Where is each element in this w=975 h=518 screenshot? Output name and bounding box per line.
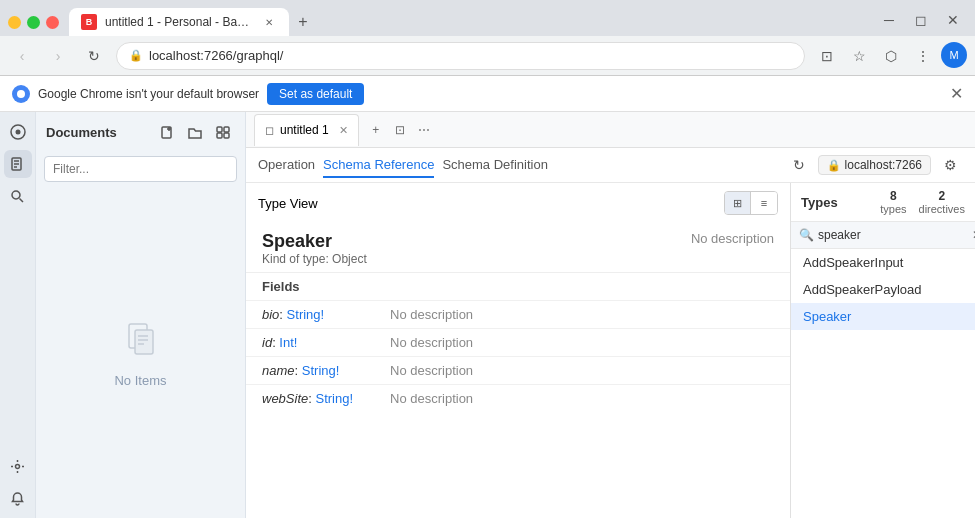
forward-button[interactable]: › (44, 42, 72, 70)
server-badge[interactable]: 🔒 localhost:7266 (818, 155, 931, 175)
tab-schema-definition[interactable]: Schema Definition (442, 153, 548, 178)
view-toggle: Type View ⊞ ≡ (246, 183, 790, 223)
svg-point-8 (12, 191, 20, 199)
more-button[interactable]: ⋮ (909, 42, 937, 70)
svg-rect-17 (224, 133, 229, 138)
types-counts: 8 types 2 directives (880, 189, 965, 215)
tab-title: untitled 1 - Personal - Banana... (105, 15, 253, 29)
tab-favicon: B (81, 14, 97, 30)
toolbar-right: ↻ 🔒 localhost:7266 ⚙ (786, 152, 963, 178)
doc-tab-icon: ◻ (265, 124, 274, 137)
settings-icon[interactable] (4, 452, 32, 480)
types-list-item-speaker[interactable]: Speaker (791, 303, 975, 330)
types-list-item-add-speaker-payload[interactable]: AddSpeakerPayload (791, 276, 975, 303)
type-entry: Speaker Kind of type: Object No descript… (246, 223, 790, 273)
notification-icon[interactable] (4, 484, 32, 512)
tab-actions: + ⊡ ⋯ (365, 119, 435, 141)
field-name: name: String! (262, 363, 382, 378)
new-tab-button[interactable]: + (289, 8, 317, 36)
list-view-button[interactable]: ≡ (751, 192, 777, 214)
filter-input[interactable] (44, 156, 237, 182)
sidebar-search (36, 152, 245, 190)
url-text: localhost:7266/graphql/ (149, 48, 792, 63)
bookmark-button[interactable]: ☆ (845, 42, 873, 70)
schema-settings-button[interactable]: ⚙ (937, 152, 963, 178)
reload-button[interactable]: ↻ (80, 42, 108, 70)
save-tab-button[interactable]: ⊡ (389, 119, 411, 141)
close-button[interactable] (46, 16, 59, 29)
schema-content-area: Type View ⊞ ≡ Speaker Kind of type: Obje… (246, 183, 975, 518)
field-website-type-link[interactable]: String! (315, 391, 353, 406)
restore-window-button[interactable]: ◻ (907, 6, 935, 34)
no-items-label: No Items (114, 373, 166, 388)
field-row: webSite: String! No description (246, 384, 790, 412)
svg-line-9 (20, 198, 24, 202)
field-bio: bio: String! (262, 307, 382, 322)
minimize-window-button[interactable]: ─ (875, 6, 903, 34)
svg-rect-14 (217, 127, 222, 132)
address-bar[interactable]: 🔒 localhost:7266/graphql/ (116, 42, 805, 70)
notification-close-button[interactable]: ✕ (950, 84, 963, 103)
field-row: id: Int! No description (246, 328, 790, 356)
svg-rect-16 (217, 133, 222, 138)
field-id-type-link[interactable]: Int! (279, 335, 297, 350)
types-list: AddSpeakerInput AddSpeakerPayload Speake… (791, 249, 975, 518)
types-list-item-add-speaker-input[interactable]: AddSpeakerInput (791, 249, 975, 276)
types-search-input[interactable] (818, 228, 968, 242)
browser-tab[interactable]: B untitled 1 - Personal - Banana... ✕ (69, 8, 289, 36)
types-panel-header: Types 8 types 2 directives (791, 183, 975, 222)
doc-tab[interactable]: ◻ untitled 1 ✕ (254, 114, 359, 146)
sidebar-new-folder-button[interactable] (183, 120, 207, 144)
doc-tabs-bar: ◻ untitled 1 ✕ + ⊡ ⋯ (246, 112, 975, 148)
tab-operation[interactable]: Operation (258, 153, 315, 178)
set-default-button[interactable]: Set as default (267, 83, 364, 105)
types-search: 🔍 ✕ (791, 222, 975, 249)
directives-count: 2 directives (919, 189, 965, 215)
profile-button[interactable]: M (941, 42, 967, 68)
type-name: Speaker (262, 231, 367, 252)
types-panel-title: Types (801, 195, 880, 210)
field-row: name: String! No description (246, 356, 790, 384)
fields-header: Fields (246, 273, 790, 300)
sidebar-new-doc-button[interactable] (155, 120, 179, 144)
sidebar-more-button[interactable] (211, 120, 235, 144)
more-tab-button[interactable]: ⋯ (413, 119, 435, 141)
minimize-button[interactable] (8, 16, 21, 29)
main-content: ◻ untitled 1 ✕ + ⊡ ⋯ Operation Schema Re… (246, 112, 975, 518)
types-panel: Types 8 types 2 directives 🔍 (790, 183, 975, 518)
field-bio-desc: No description (390, 307, 473, 322)
home-icon[interactable] (4, 118, 32, 146)
svg-point-10 (16, 464, 20, 468)
toolbar: Operation Schema Reference Schema Defini… (246, 148, 975, 183)
schema-main: Type View ⊞ ≡ Speaker Kind of type: Obje… (246, 183, 790, 518)
documents-icon[interactable] (4, 150, 32, 178)
maximize-button[interactable] (27, 16, 40, 29)
type-kind: Kind of type: Object (262, 252, 367, 266)
doc-tab-label: untitled 1 (280, 123, 329, 137)
view-toggle-buttons: ⊞ ≡ (724, 191, 778, 215)
tab-close-button[interactable]: ✕ (261, 14, 277, 30)
view-toggle-label: Type View (258, 196, 318, 211)
tab-schema-reference[interactable]: Schema Reference (323, 153, 434, 178)
field-name-type-link[interactable]: String! (302, 363, 340, 378)
browser-nav-icons: ⊡ ☆ ⬡ ⋮ M (813, 42, 967, 70)
svg-point-3 (15, 130, 20, 135)
type-desc-inline: No description (691, 231, 774, 246)
extensions-button[interactable]: ⬡ (877, 42, 905, 70)
close-window-button[interactable]: ✕ (939, 6, 967, 34)
grid-view-button[interactable]: ⊞ (725, 192, 751, 214)
field-bio-type-link[interactable]: String! (287, 307, 325, 322)
explorer-icon[interactable] (4, 182, 32, 210)
add-tab-button[interactable]: + (365, 119, 387, 141)
back-button[interactable]: ‹ (8, 42, 36, 70)
left-icon-rail (0, 112, 36, 518)
field-name-desc: No description (390, 363, 473, 378)
server-url: localhost:7266 (845, 158, 922, 172)
doc-tab-close-button[interactable]: ✕ (339, 124, 348, 137)
svg-point-1 (17, 90, 25, 98)
notification-text: Google Chrome isn't your default browser (38, 87, 259, 101)
sidebar-empty-state: No Items (36, 190, 245, 518)
lock-icon: 🔒 (827, 159, 841, 172)
bookmarks-button[interactable]: ⊡ (813, 42, 841, 70)
refresh-schema-button[interactable]: ↻ (786, 152, 812, 178)
